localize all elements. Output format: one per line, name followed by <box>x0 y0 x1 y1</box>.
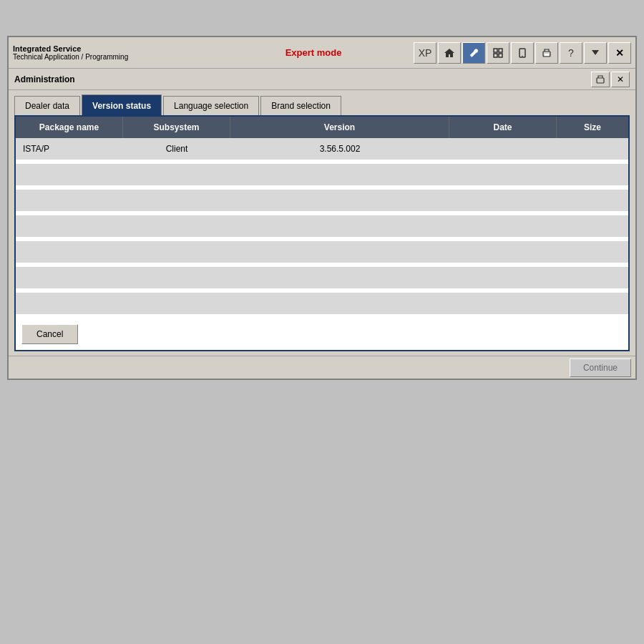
continue-button[interactable]: Continue <box>570 358 631 377</box>
cell-subsystem-4 <box>123 241 230 263</box>
table-row: ISTA/P Client 3.56.5.002 <box>16 138 628 164</box>
title-bar: Integrated Service Technical Application… <box>9 37 635 69</box>
app-name: Integrated Service <box>13 44 213 53</box>
toolbar-grid-button[interactable] <box>487 42 509 64</box>
col-date: Date <box>449 117 557 138</box>
cell-size-4 <box>557 241 628 263</box>
cell-version-5 <box>230 267 449 288</box>
cell-size-3 <box>557 215 628 237</box>
cell-subsystem-2 <box>123 190 230 211</box>
cell-size-0 <box>557 138 628 160</box>
cell-package-2 <box>16 190 123 211</box>
cell-package-5 <box>16 267 123 288</box>
footer-bar: Continue <box>9 356 635 379</box>
svg-rect-1 <box>499 49 502 52</box>
cell-version-2 <box>230 190 449 211</box>
svg-point-5 <box>522 55 523 57</box>
toolbar: XP ? ✕ <box>414 42 631 64</box>
svg-marker-8 <box>592 50 599 55</box>
cell-package-3 <box>16 215 123 237</box>
title-info: Integrated Service Technical Application… <box>13 44 213 61</box>
main-content: Dealer data Version status Language sele… <box>9 90 635 356</box>
table-body: ISTA/P Client 3.56.5.002 <box>16 138 628 350</box>
toolbar-wrench-button[interactable] <box>462 42 485 64</box>
cell-subsystem-3 <box>123 215 230 237</box>
bottom-actions: Cancel <box>16 318 628 350</box>
svg-rect-0 <box>494 49 497 52</box>
cell-package-0: ISTA/P <box>16 138 123 160</box>
cell-size-6 <box>557 293 628 314</box>
col-version: Version <box>230 117 449 138</box>
admin-close-button[interactable]: ✕ <box>611 72 630 87</box>
table-row <box>16 293 628 318</box>
table-row <box>16 190 628 215</box>
table-row <box>16 241 628 267</box>
cell-date-5 <box>449 267 557 288</box>
svg-rect-2 <box>494 54 497 57</box>
cell-date-4 <box>449 241 557 263</box>
cell-size-1 <box>557 164 628 185</box>
toolbar-close-button[interactable]: ✕ <box>608 42 631 64</box>
main-window: Integrated Service Technical Application… <box>7 36 637 380</box>
col-size: Size <box>557 117 628 138</box>
cell-subsystem-0: Client <box>123 138 230 160</box>
tab-bar: Dealer data Version status Language sele… <box>14 94 630 115</box>
tab-dealer-data[interactable]: Dealer data <box>14 96 80 115</box>
cell-subsystem-6 <box>123 293 230 314</box>
toolbar-home-button[interactable] <box>438 42 461 64</box>
cell-date-6 <box>449 293 557 314</box>
tab-brand-selection[interactable]: Brand selection <box>260 96 341 115</box>
table-row <box>16 267 628 293</box>
tab-language-selection[interactable]: Language selection <box>163 96 259 115</box>
admin-icons: ✕ <box>591 72 630 87</box>
admin-print-button[interactable] <box>591 72 610 87</box>
toolbar-down-button[interactable] <box>584 42 607 64</box>
cell-version-3 <box>230 215 449 237</box>
toolbar-print-button[interactable] <box>535 42 558 64</box>
toolbar-xp-button[interactable]: XP <box>414 42 436 64</box>
cell-version-1 <box>230 164 449 185</box>
svg-rect-9 <box>597 78 604 83</box>
cell-version-6 <box>230 293 449 314</box>
cell-package-6 <box>16 293 123 314</box>
cell-date-3 <box>449 215 557 237</box>
col-subsystem: Subsystem <box>123 117 230 138</box>
tab-version-status[interactable]: Version status <box>82 94 162 115</box>
admin-bar: Administration ✕ <box>9 69 635 90</box>
table-header: Package name Subsystem Version Date Size <box>16 117 628 138</box>
cell-subsystem-1 <box>123 164 230 185</box>
cell-date-2 <box>449 190 557 211</box>
cell-size-2 <box>557 190 628 211</box>
svg-rect-7 <box>545 54 549 56</box>
col-package-name: Package name <box>16 117 123 138</box>
data-table: Package name Subsystem Version Date Size… <box>14 115 630 351</box>
cell-package-4 <box>16 241 123 263</box>
toolbar-mobile-button[interactable] <box>511 42 534 64</box>
table-row <box>16 215 628 241</box>
cell-date-0 <box>449 138 557 160</box>
expert-mode-label: Expert mode <box>213 47 414 58</box>
cell-subsystem-5 <box>123 267 230 288</box>
cell-size-5 <box>557 267 628 288</box>
table-row <box>16 164 628 190</box>
cell-date-1 <box>449 164 557 185</box>
cancel-button[interactable]: Cancel <box>21 324 78 344</box>
cell-version-0: 3.56.5.002 <box>230 138 449 160</box>
admin-title: Administration <box>14 74 591 84</box>
toolbar-help-button[interactable]: ? <box>560 42 582 64</box>
cell-package-1 <box>16 164 123 185</box>
cell-version-4 <box>230 241 449 263</box>
app-subtitle: Technical Application / Programming <box>13 53 213 61</box>
svg-rect-3 <box>499 54 502 57</box>
